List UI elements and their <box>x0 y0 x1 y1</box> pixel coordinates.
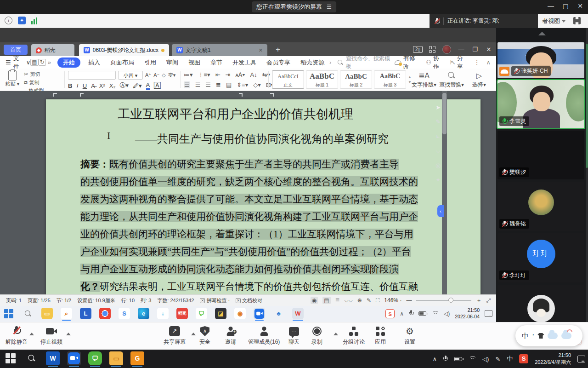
shield-badge-icon[interactable]: ✦ <box>18 17 26 24</box>
document-scrollbar[interactable] <box>442 91 447 310</box>
highlight-button[interactable]: 🖉▾ <box>133 82 142 89</box>
zoom-level[interactable]: 146% · <box>384 297 401 304</box>
banner-menu-icon[interactable]: ☰ <box>327 4 332 10</box>
maximize-button[interactable]: ▢ <box>560 1 571 11</box>
number-list-button[interactable]: ⋮≡▾ <box>198 71 210 79</box>
inner-meeting-helper-icon[interactable]: ♁ <box>157 308 169 319</box>
menu-review[interactable]: 审阅 <box>161 58 183 67</box>
fit-page-icon[interactable]: ⛶ <box>376 297 379 304</box>
sogou-ime-icon[interactable]: S <box>519 354 528 363</box>
decrease-font-icon[interactable]: A⁻ <box>153 72 159 78</box>
cloud-icon[interactable] <box>548 333 558 339</box>
font-size-select[interactable]: 小四 ▾ <box>118 71 143 80</box>
inner-sogou-browser-icon[interactable]: S <box>119 308 130 319</box>
ime-language-indicator[interactable]: 中 <box>507 355 513 363</box>
inner-chrome-icon[interactable] <box>99 308 111 319</box>
sidebar-scrollbar[interactable] <box>586 28 588 324</box>
style-heading-3[interactable]: AaBbC 标题 3 <box>374 70 406 89</box>
breakout-rooms-button[interactable]: 分组讨论 <box>343 326 365 346</box>
tab-home[interactable]: 首页 <box>4 45 28 55</box>
doc-proof-toggle[interactable]: ✕文档校对 <box>236 297 262 304</box>
menu-start[interactable]: 开始 <box>57 58 80 68</box>
align-center-button[interactable]: ☰ <box>195 81 201 88</box>
menu-view[interactable]: 视图 <box>183 58 205 67</box>
inner-volume-icon[interactable]: ◁) <box>444 310 450 317</box>
view-mode-dropdown[interactable]: 者视图 <box>542 17 565 25</box>
volume-icon[interactable]: ◁) <box>482 356 489 362</box>
menu-dev-tools[interactable]: 开发工具 <box>227 58 261 67</box>
align-left-button[interactable]: ☰ <box>184 81 190 88</box>
distribute-button[interactable]: ▤ <box>226 81 232 88</box>
menu-references[interactable]: 引用 <box>139 58 161 67</box>
fullscreen-icon[interactable] <box>573 17 581 24</box>
bold-button[interactable]: B <box>68 82 72 89</box>
superscript-button[interactable]: X² <box>99 82 105 89</box>
style-body-text[interactable]: AaBbCcI 正文 <box>272 70 304 89</box>
tab-document-other[interactable]: W 文字文稿1 ✕ <box>172 44 267 56</box>
clear-format-icon[interactable]: ◇ <box>162 72 165 78</box>
more-tools-icon[interactable]: » <box>48 59 51 66</box>
edit-mode-icon[interactable]: ✎ <box>367 297 371 304</box>
book-view-icon[interactable]: ⌵⌵ <box>345 297 353 304</box>
menu-docer-resources[interactable]: 稻壳资源 <box>295 58 329 67</box>
inner-sogou-ime-icon[interactable]: S <box>385 309 395 318</box>
line-spacing-button[interactable]: ⇕≡▾ <box>237 81 248 88</box>
ime-lang-label[interactable]: 中 <box>522 332 529 340</box>
tray-expand-icon[interactable]: ∧ <box>432 356 437 362</box>
decrease-indent-button[interactable]: ⇤ <box>215 71 220 79</box>
share-options-chevron[interactable] <box>191 333 196 335</box>
italic-button[interactable]: I <box>76 82 78 89</box>
participant-tile-lidingding[interactable]: 玎玎 李玎玎 <box>498 233 584 282</box>
subscript-button[interactable]: X₂ <box>109 82 116 89</box>
pinyin-guide-icon[interactable]: 变▾ <box>168 72 176 79</box>
tab-docer[interactable]: ◆ 稻壳 <box>31 44 74 56</box>
read-mode-icon[interactable]: ⌵ <box>436 147 441 155</box>
inner-tray-mic-icon[interactable] <box>409 310 413 317</box>
participant-tile-zhangxiaoyan[interactable]: “疫路……花开” 张笑妍-CH <box>498 42 584 78</box>
tray-mic-icon[interactable] <box>443 356 448 362</box>
wps-minimize-button[interactable]: — <box>458 46 465 53</box>
menu-insert[interactable]: 插入 <box>83 58 105 67</box>
pen-input-icon[interactable]: ✎ <box>495 356 500 362</box>
zoom-slider-knob[interactable] <box>448 298 453 303</box>
invite-button[interactable]: + 邀请 <box>225 326 236 346</box>
collapse-ribbon-icon[interactable]: ∧ <box>486 59 491 66</box>
inner-start-button[interactable] <box>3 308 14 319</box>
expand-status-icon[interactable]: ⤢ <box>486 297 491 304</box>
strikethrough-button[interactable]: A̶ <box>91 82 95 89</box>
sidebar-scroll-thumb[interactable] <box>586 44 588 168</box>
chat-button[interactable]: ⋯ 聊天 <box>288 326 300 346</box>
char-scale-button[interactable]: 🗚▾ <box>235 71 245 79</box>
shading-button[interactable]: ◇▾ <box>253 81 261 88</box>
inner-tray-expand-icon[interactable]: ∧ <box>400 310 404 317</box>
wechat-icon[interactable]: 🗩 <box>88 351 102 365</box>
undo-icon[interactable]: ↻ <box>39 59 46 66</box>
split-view-icon[interactable]: 2▯ <box>413 46 423 53</box>
spell-check-toggle[interactable]: ✕拼写检查 · <box>200 297 230 304</box>
tab-document-active[interactable]: W 0603-樊镁汐论文汇报.docx <box>79 44 169 56</box>
locate-icon[interactable]: ◎ <box>435 162 441 169</box>
wps-restore-button[interactable]: ❐ <box>471 46 479 53</box>
cut-button[interactable]: ✂ 剪切 <box>24 71 44 78</box>
workspace-grid-icon[interactable] <box>429 46 436 53</box>
command-search-box[interactable]: 查找命令、搜索模板 <box>338 55 395 70</box>
manage-members-button[interactable]: 管理成员(16) <box>248 326 280 346</box>
page-view-icon[interactable]: ▤ <box>322 297 330 304</box>
wifi-icon[interactable] <box>469 356 476 362</box>
zoom-slider[interactable] <box>416 300 471 301</box>
status-word-count[interactable]: 字数: 242/15342 <box>157 297 194 304</box>
inner-battery-icon[interactable] <box>418 311 426 316</box>
char-border-button[interactable]: 🄰 <box>154 82 160 89</box>
outline-view-icon[interactable]: ≣ <box>335 297 340 304</box>
security-button[interactable]: ∧ 安全 <box>199 326 210 346</box>
info-icon[interactable]: i <box>5 17 12 24</box>
ime-skin-icon[interactable] <box>537 333 544 339</box>
inner-notification-icon[interactable] <box>485 310 492 317</box>
eye-protect-icon[interactable]: ◉ <box>311 297 318 304</box>
text-direction-button[interactable]: ⇆▾ <box>262 71 270 79</box>
web-view-icon[interactable]: ⊕ <box>357 297 362 304</box>
participant-tile-6[interactable] <box>498 285 584 324</box>
ime-status-bar[interactable]: 中 ’ <box>515 325 582 346</box>
participant-tile-fanmeixi[interactable]: 樊镁汐 <box>498 131 584 179</box>
select-button[interactable]: ▷ 选择▾ <box>463 71 495 89</box>
